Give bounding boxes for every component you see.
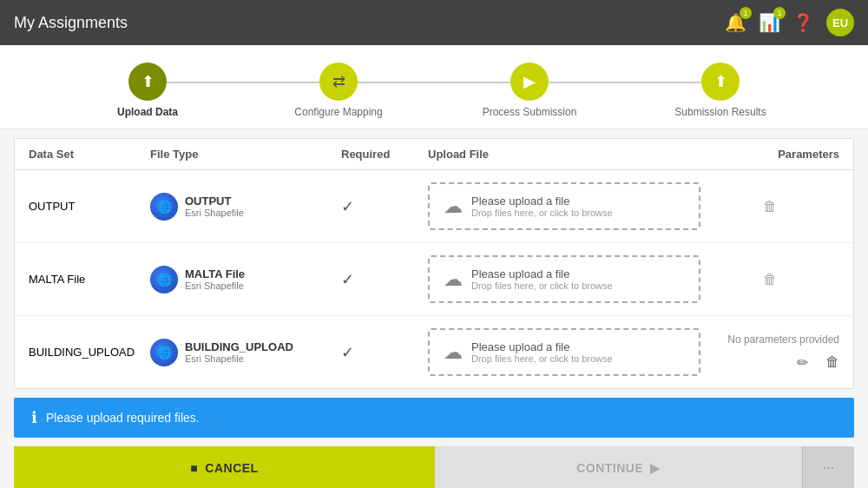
- delete-params-button[interactable]: 🗑: [825, 354, 839, 371]
- upload-text: Please upload a file Drop files here, or…: [471, 267, 613, 291]
- cancel-button[interactable]: ■ CANCEL: [14, 446, 435, 488]
- col-filetype: File Type: [150, 148, 341, 161]
- step-results[interactable]: ⬆ Submission Results: [625, 63, 816, 118]
- file-name: OUTPUT: [185, 195, 244, 208]
- table-row: MALTA File 🌐 MALTA File Esri Shapefile ✓…: [15, 243, 853, 316]
- delete-row-button[interactable]: 🗑: [700, 199, 839, 214]
- col-required: Required: [341, 148, 428, 161]
- required-check: ✓: [341, 343, 428, 362]
- upload-main: Please upload a file: [471, 267, 613, 280]
- globe-icon: 🌐: [150, 266, 178, 293]
- step-mapping-circle: ⇄: [319, 63, 358, 101]
- info-bar: ℹ Please upload required files.: [14, 398, 854, 438]
- file-info: OUTPUT Esri Shapefile: [185, 195, 244, 218]
- notification-icon[interactable]: 🔔 1: [725, 12, 746, 33]
- file-name: BUILDING_UPLOAD: [185, 340, 293, 353]
- globe-icon: 🌐: [150, 193, 178, 221]
- upload-cloud-icon: ☁: [444, 195, 463, 218]
- delete-row-button[interactable]: 🗑: [700, 272, 839, 287]
- chart-icon[interactable]: 📊 1: [759, 12, 780, 33]
- more-icon: ···: [823, 460, 834, 476]
- step-upload-label: Upload Data: [117, 106, 178, 118]
- col-uploadfile: Upload File: [428, 148, 700, 161]
- params-actions: ✏ 🗑: [797, 354, 839, 371]
- params-cell: No parameters provided ✏ 🗑: [700, 333, 839, 371]
- required-check: ✓: [341, 197, 428, 216]
- upload-cloud-icon: ☁: [444, 268, 463, 291]
- stepper: ⬆ Upload Data ⇄ Configure Mapping ▶ Proc…: [0, 45, 868, 129]
- row-dataset: MALTA File: [29, 273, 150, 286]
- data-table: Data Set File Type Required Upload File …: [14, 138, 854, 389]
- file-type-cell: 🌐 BUILDING_UPLOAD Esri Shapefile: [150, 339, 341, 366]
- upload-sub: Drop files here, or click to browse: [471, 353, 613, 364]
- no-params-label: No parameters provided: [727, 333, 839, 346]
- row-dataset: OUTPUT: [29, 200, 150, 213]
- avatar[interactable]: EU: [826, 9, 854, 36]
- info-message: Please upload required files.: [46, 411, 200, 425]
- edit-params-button[interactable]: ✏: [797, 354, 808, 371]
- page-title: My Assignments: [14, 14, 128, 32]
- upload-cloud-icon: ☁: [444, 341, 463, 364]
- step-mapping-label: Configure Mapping: [294, 106, 382, 118]
- step-results-label: Submission Results: [674, 106, 766, 118]
- upload-sub: Drop files here, or click to browse: [471, 280, 613, 291]
- upload-text: Please upload a file Drop files here, or…: [471, 340, 613, 364]
- step-upload-circle: ⬆: [128, 63, 167, 101]
- info-icon: ℹ: [31, 408, 37, 427]
- globe-icon: 🌐: [150, 339, 178, 366]
- required-check: ✓: [341, 270, 428, 289]
- step-process-circle: ▶: [510, 63, 549, 101]
- file-type-cell: 🌐 OUTPUT Esri Shapefile: [150, 193, 341, 221]
- col-dataset: Data Set: [29, 148, 150, 161]
- step-process-label: Process Submission: [483, 106, 577, 118]
- header: My Assignments 🔔 1 📊 1 ❓ EU: [0, 0, 868, 45]
- upload-main: Please upload a file: [471, 195, 613, 208]
- file-name: MALTA File: [185, 267, 245, 280]
- chart-badge: 1: [773, 7, 786, 19]
- cancel-label: CANCEL: [205, 461, 258, 475]
- file-info: BUILDING_UPLOAD Esri Shapefile: [185, 340, 293, 364]
- step-upload[interactable]: ⬆ Upload Data: [52, 63, 243, 118]
- table-row: BUILDING_UPLOAD 🌐 BUILDING_UPLOAD Esri S…: [15, 316, 853, 388]
- file-sub: Esri Shapefile: [185, 353, 293, 364]
- upload-zone[interactable]: ☁ Please upload a file Drop files here, …: [428, 328, 700, 376]
- upload-zone[interactable]: ☁ Please upload a file Drop files here, …: [428, 182, 700, 230]
- more-options-button[interactable]: ···: [802, 446, 854, 488]
- upload-text: Please upload a file Drop files here, or…: [471, 195, 613, 218]
- continue-arrow-icon: ▶: [650, 461, 661, 475]
- upload-zone[interactable]: ☁ Please upload a file Drop files here, …: [428, 255, 700, 303]
- step-mapping[interactable]: ⇄ Configure Mapping: [243, 63, 434, 118]
- table-row: OUTPUT 🌐 OUTPUT Esri Shapefile ✓ ☁ Pleas…: [15, 170, 853, 243]
- upload-sub: Drop files here, or click to browse: [471, 208, 613, 218]
- upload-main: Please upload a file: [471, 340, 613, 353]
- notification-badge: 1: [740, 7, 752, 19]
- file-sub: Esri Shapefile: [185, 208, 244, 218]
- footer: ■ CANCEL CONTINUE ▶ ···: [14, 446, 854, 488]
- header-actions: 🔔 1 📊 1 ❓ EU: [725, 9, 854, 36]
- col-parameters: Parameters: [700, 148, 839, 161]
- continue-label: CONTINUE: [576, 461, 643, 475]
- help-icon[interactable]: ❓: [792, 12, 814, 33]
- cancel-icon: ■: [190, 461, 198, 475]
- continue-button[interactable]: CONTINUE ▶: [435, 446, 802, 488]
- file-info: MALTA File Esri Shapefile: [185, 267, 245, 291]
- row-dataset: BUILDING_UPLOAD: [29, 346, 150, 359]
- step-process[interactable]: ▶ Process Submission: [434, 63, 625, 118]
- step-results-circle: ⬆: [701, 63, 740, 101]
- table-header: Data Set File Type Required Upload File …: [15, 139, 853, 170]
- file-type-cell: 🌐 MALTA File Esri Shapefile: [150, 266, 341, 293]
- file-sub: Esri Shapefile: [185, 280, 245, 291]
